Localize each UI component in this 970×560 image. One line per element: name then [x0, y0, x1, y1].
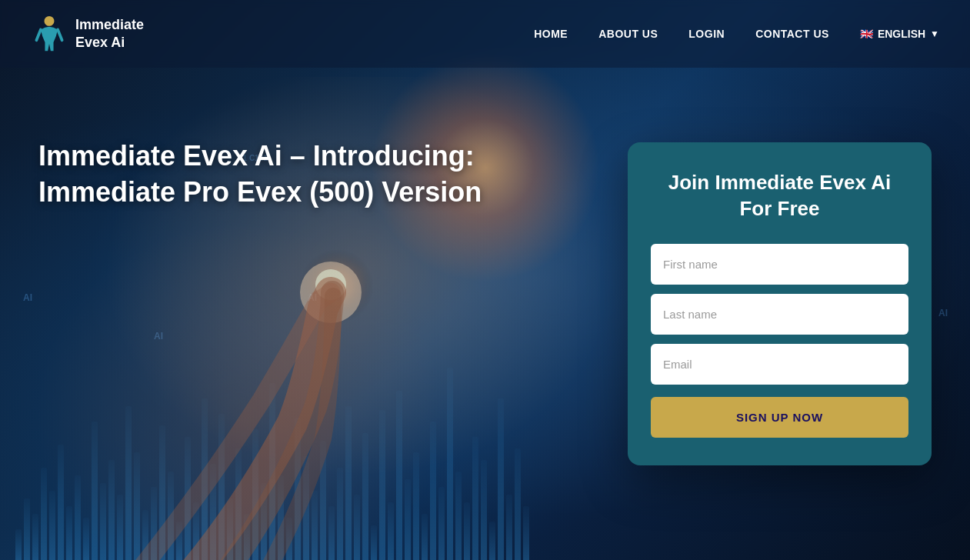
nav-home[interactable]: HOME — [534, 28, 568, 40]
nav-about[interactable]: ABOUT US — [598, 28, 658, 40]
last-name-input[interactable] — [651, 294, 908, 335]
flag-icon: 🇬🇧 — [860, 28, 873, 40]
nav-login[interactable]: LOGIN — [688, 28, 725, 40]
hero-title: Immediate Evex Ai – Introducing: Immedia… — [38, 138, 538, 211]
email-input[interactable] — [651, 344, 908, 385]
logo-text: Immediate Evex Ai — [75, 16, 144, 52]
ai-label-4: AI — [938, 308, 948, 318]
hero-section: Immediate Evex Ai – Introducing: Immedia… — [38, 138, 538, 211]
registration-form-card: Join Immediate Evex Ai For Free SIGN UP … — [628, 142, 932, 465]
nav-links: HOME ABOUT US LOGIN CONTACT US 🇬🇧 ENGLIS… — [534, 28, 939, 40]
navbar: Immediate Evex Ai HOME ABOUT US LOGIN CO… — [0, 0, 970, 68]
nav-contact[interactable]: CONTACT US — [755, 28, 829, 40]
signup-button[interactable]: SIGN UP NOW — [651, 397, 908, 438]
language-label: ENGLISH — [878, 28, 925, 40]
chevron-down-icon: ▼ — [930, 28, 939, 39]
form-title: Join Immediate Evex Ai For Free — [651, 170, 908, 222]
svg-point-3 — [45, 16, 55, 26]
language-selector[interactable]: 🇬🇧 ENGLISH ▼ — [860, 28, 939, 40]
first-name-input[interactable] — [651, 244, 908, 285]
logo[interactable]: Immediate Evex Ai — [31, 15, 144, 52]
logo-icon — [31, 15, 68, 52]
